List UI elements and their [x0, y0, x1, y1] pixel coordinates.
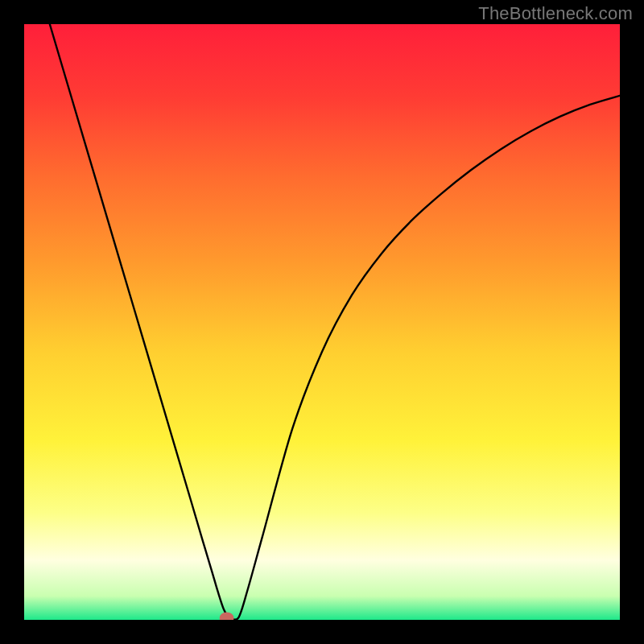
chart-svg	[24, 24, 620, 620]
chart-frame: TheBottleneck.com	[0, 0, 644, 644]
watermark-text: TheBottleneck.com	[478, 3, 633, 24]
gradient-background	[24, 24, 620, 620]
plot-area	[24, 24, 620, 620]
